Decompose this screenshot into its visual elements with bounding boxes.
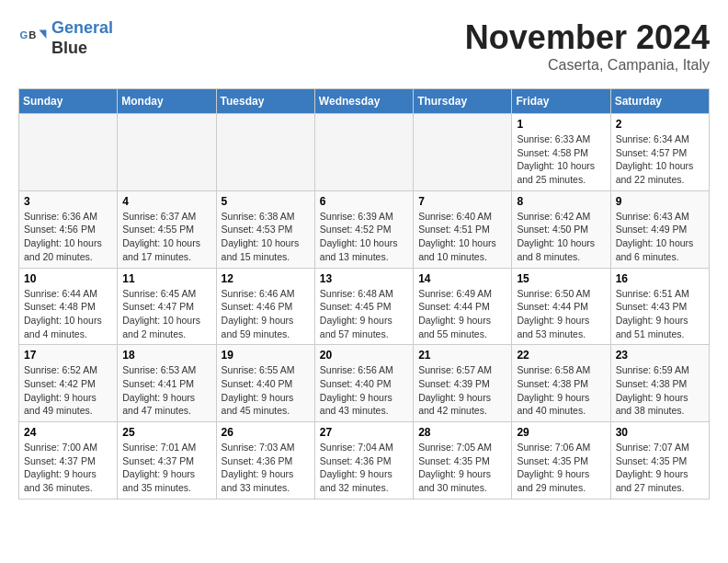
- day-detail: Sunrise: 6:48 AMSunset: 4:45 PMDaylight:…: [320, 287, 408, 341]
- day-number: 11: [122, 272, 210, 285]
- calendar-day-cell: 26Sunrise: 7:03 AMSunset: 4:36 PMDayligh…: [216, 422, 314, 500]
- day-detail: Sunrise: 6:44 AMSunset: 4:48 PMDaylight:…: [24, 287, 112, 341]
- calendar-day-cell: 20Sunrise: 6:56 AMSunset: 4:40 PMDayligh…: [314, 345, 413, 422]
- day-detail: Sunrise: 6:38 AMSunset: 4:53 PMDaylight:…: [222, 210, 310, 264]
- calendar-day-cell: 7Sunrise: 6:40 AMSunset: 4:51 PMDaylight…: [414, 190, 512, 268]
- day-detail: Sunrise: 7:07 AMSunset: 4:35 PMDaylight:…: [616, 441, 704, 495]
- calendar-day-cell: 11Sunrise: 6:45 AMSunset: 4:47 PMDayligh…: [118, 268, 216, 345]
- calendar-day-cell: 27Sunrise: 7:04 AMSunset: 4:36 PMDayligh…: [314, 422, 413, 500]
- calendar-day-cell: 19Sunrise: 6:55 AMSunset: 4:40 PMDayligh…: [216, 345, 314, 422]
- day-number: 30: [616, 426, 704, 439]
- location-subtitle: Caserta, Campania, Italy: [465, 57, 710, 74]
- calendar-day-cell: 15Sunrise: 6:50 AMSunset: 4:44 PMDayligh…: [512, 268, 610, 345]
- day-number: 19: [222, 349, 310, 362]
- day-number: 22: [517, 349, 605, 362]
- day-detail: Sunrise: 7:06 AMSunset: 4:35 PMDaylight:…: [517, 441, 605, 495]
- day-detail: Sunrise: 6:42 AMSunset: 4:50 PMDaylight:…: [517, 210, 605, 264]
- calendar-day-cell: 23Sunrise: 6:59 AMSunset: 4:38 PMDayligh…: [610, 345, 709, 422]
- day-detail: Sunrise: 6:46 AMSunset: 4:46 PMDaylight:…: [222, 287, 310, 341]
- calendar-day-cell: [19, 114, 118, 191]
- calendar-day-cell: 22Sunrise: 6:58 AMSunset: 4:38 PMDayligh…: [512, 345, 610, 422]
- day-number: 17: [24, 349, 112, 362]
- day-detail: Sunrise: 6:53 AMSunset: 4:41 PMDaylight:…: [122, 363, 210, 418]
- weekday-header-cell: Friday: [512, 89, 610, 114]
- day-detail: Sunrise: 6:58 AMSunset: 4:38 PMDaylight:…: [517, 363, 605, 418]
- day-detail: Sunrise: 7:04 AMSunset: 4:36 PMDaylight:…: [320, 441, 408, 495]
- day-detail: Sunrise: 6:40 AMSunset: 4:51 PMDaylight:…: [418, 210, 506, 264]
- calendar-day-cell: 17Sunrise: 6:52 AMSunset: 4:42 PMDayligh…: [19, 345, 118, 422]
- title-section: November 2024 Caserta, Campania, Italy: [465, 18, 710, 74]
- day-number: 28: [418, 426, 506, 439]
- calendar-day-cell: 24Sunrise: 7:00 AMSunset: 4:37 PMDayligh…: [19, 422, 118, 500]
- day-detail: Sunrise: 7:00 AMSunset: 4:37 PMDaylight:…: [24, 441, 112, 495]
- calendar-day-cell: 25Sunrise: 7:01 AMSunset: 4:37 PMDayligh…: [118, 422, 216, 500]
- day-number: 16: [616, 272, 704, 285]
- day-number: 3: [24, 195, 112, 208]
- calendar-body: 1Sunrise: 6:33 AMSunset: 4:58 PMDaylight…: [19, 114, 710, 500]
- day-number: 25: [122, 426, 210, 439]
- day-detail: Sunrise: 7:03 AMSunset: 4:36 PMDaylight:…: [222, 441, 310, 495]
- day-number: 27: [320, 426, 408, 439]
- logo-text: GeneralBlue: [51, 18, 113, 58]
- weekday-header-cell: Monday: [118, 89, 216, 114]
- calendar-day-cell: 8Sunrise: 6:42 AMSunset: 4:50 PMDaylight…: [512, 190, 610, 268]
- day-number: 5: [222, 195, 310, 208]
- day-detail: Sunrise: 6:36 AMSunset: 4:56 PMDaylight:…: [24, 210, 112, 264]
- day-number: 20: [320, 349, 408, 362]
- weekday-header-cell: Tuesday: [216, 89, 314, 114]
- calendar-day-cell: 13Sunrise: 6:48 AMSunset: 4:45 PMDayligh…: [314, 268, 413, 345]
- svg-text:G: G: [20, 29, 28, 40]
- day-detail: Sunrise: 6:57 AMSunset: 4:39 PMDaylight:…: [418, 363, 506, 418]
- day-number: 8: [517, 195, 605, 208]
- calendar-day-cell: 2Sunrise: 6:34 AMSunset: 4:57 PMDaylight…: [610, 114, 709, 191]
- day-number: 1: [517, 118, 605, 131]
- day-detail: Sunrise: 6:51 AMSunset: 4:43 PMDaylight:…: [616, 287, 704, 341]
- weekday-header-cell: Saturday: [610, 89, 709, 114]
- weekday-header-cell: Thursday: [414, 89, 512, 114]
- calendar-day-cell: [118, 114, 216, 191]
- calendar-day-cell: 1Sunrise: 6:33 AMSunset: 4:58 PMDaylight…: [512, 114, 610, 191]
- day-number: 24: [24, 426, 112, 439]
- logo-icon: G B: [18, 24, 48, 53]
- calendar-day-cell: 9Sunrise: 6:43 AMSunset: 4:49 PMDaylight…: [610, 190, 709, 268]
- svg-marker-2: [39, 29, 46, 39]
- calendar-week-row: 24Sunrise: 7:00 AMSunset: 4:37 PMDayligh…: [19, 422, 710, 500]
- day-number: 9: [616, 195, 704, 208]
- day-detail: Sunrise: 7:05 AMSunset: 4:35 PMDaylight:…: [418, 441, 506, 495]
- calendar-day-cell: [314, 114, 413, 191]
- day-number: 18: [122, 349, 210, 362]
- calendar-day-cell: 18Sunrise: 6:53 AMSunset: 4:41 PMDayligh…: [118, 345, 216, 422]
- day-detail: Sunrise: 6:39 AMSunset: 4:52 PMDaylight:…: [320, 210, 408, 264]
- weekday-header-cell: Wednesday: [314, 89, 413, 114]
- day-detail: Sunrise: 6:59 AMSunset: 4:38 PMDaylight:…: [616, 363, 704, 418]
- calendar-day-cell: 16Sunrise: 6:51 AMSunset: 4:43 PMDayligh…: [610, 268, 709, 345]
- day-detail: Sunrise: 6:50 AMSunset: 4:44 PMDaylight:…: [517, 287, 605, 341]
- day-number: 4: [122, 195, 210, 208]
- calendar-day-cell: 10Sunrise: 6:44 AMSunset: 4:48 PMDayligh…: [19, 268, 118, 345]
- day-detail: Sunrise: 6:43 AMSunset: 4:49 PMDaylight:…: [616, 210, 704, 264]
- calendar-day-cell: 3Sunrise: 6:36 AMSunset: 4:56 PMDaylight…: [19, 190, 118, 268]
- day-detail: Sunrise: 7:01 AMSunset: 4:37 PMDaylight:…: [122, 441, 210, 495]
- logo: G B GeneralBlue: [18, 18, 113, 58]
- day-number: 21: [418, 349, 506, 362]
- day-number: 7: [418, 195, 506, 208]
- calendar-day-cell: 29Sunrise: 7:06 AMSunset: 4:35 PMDayligh…: [512, 422, 610, 500]
- calendar-week-row: 1Sunrise: 6:33 AMSunset: 4:58 PMDaylight…: [19, 114, 710, 191]
- day-detail: Sunrise: 6:49 AMSunset: 4:44 PMDaylight:…: [418, 287, 506, 341]
- day-number: 2: [616, 118, 704, 131]
- calendar-day-cell: 30Sunrise: 7:07 AMSunset: 4:35 PMDayligh…: [610, 422, 709, 500]
- day-detail: Sunrise: 6:45 AMSunset: 4:47 PMDaylight:…: [122, 287, 210, 341]
- day-number: 23: [616, 349, 704, 362]
- day-number: 10: [24, 272, 112, 285]
- calendar-day-cell: 21Sunrise: 6:57 AMSunset: 4:39 PMDayligh…: [414, 345, 512, 422]
- calendar-week-row: 3Sunrise: 6:36 AMSunset: 4:56 PMDaylight…: [19, 190, 710, 268]
- page-header: G B GeneralBlue November 2024 Caserta, C…: [18, 18, 710, 74]
- day-detail: Sunrise: 6:37 AMSunset: 4:55 PMDaylight:…: [122, 210, 210, 264]
- day-number: 26: [222, 426, 310, 439]
- calendar-day-cell: 5Sunrise: 6:38 AMSunset: 4:53 PMDaylight…: [216, 190, 314, 268]
- calendar-day-cell: 28Sunrise: 7:05 AMSunset: 4:35 PMDayligh…: [414, 422, 512, 500]
- calendar-week-row: 17Sunrise: 6:52 AMSunset: 4:42 PMDayligh…: [19, 345, 710, 422]
- weekday-header-cell: Sunday: [19, 89, 118, 114]
- day-number: 13: [320, 272, 408, 285]
- calendar-day-cell: 4Sunrise: 6:37 AMSunset: 4:55 PMDaylight…: [118, 190, 216, 268]
